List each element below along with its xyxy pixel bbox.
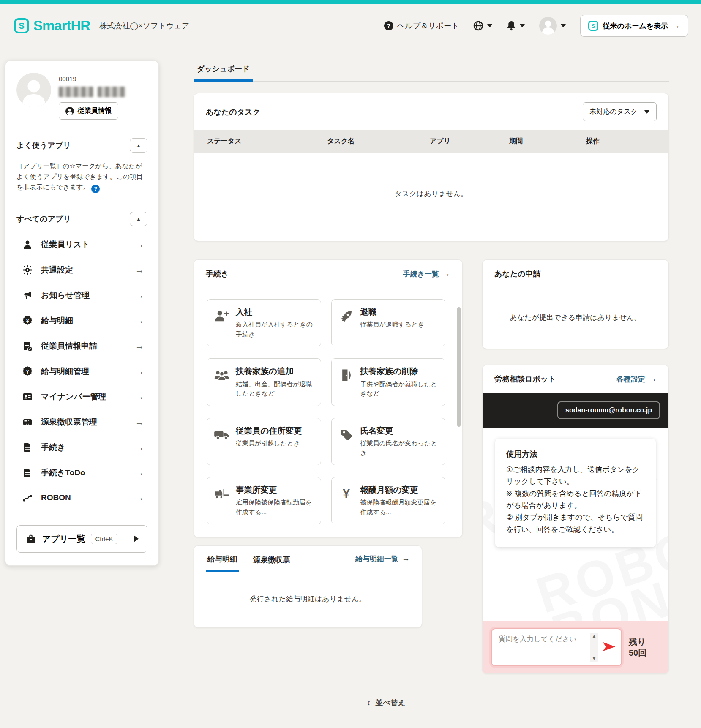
chevron-down-icon <box>487 24 492 27</box>
procedure-card-joining[interactable]: 入社 新入社員が入社するときの手続き <box>207 299 321 346</box>
svg-text:¥: ¥ <box>26 318 29 324</box>
forklift-icon <box>214 487 230 500</box>
employee-info-button[interactable]: 従業員情報 <box>59 102 118 120</box>
sidebar: 00019 従業員情報 よく使うアプリ ▲ ［アプリ一覧 <box>5 60 159 566</box>
sidebar-item-withholding-slip-management[interactable]: 源泉徴収票管理 → <box>16 409 147 435</box>
person-icon <box>22 240 33 250</box>
procedure-card-add-dependent[interactable]: 扶養家族の追加 結婚、出産、配偶者が退職したときなど <box>207 358 321 406</box>
procedure-card-name-change[interactable]: 氏名変更 従業員の氏名が変わったとき <box>331 418 446 465</box>
smarthr-logo-icon: S <box>588 21 598 31</box>
tab-payslip[interactable]: 給与明細 <box>206 546 239 572</box>
send-icon <box>602 641 616 653</box>
account-menu[interactable] <box>539 17 566 35</box>
sidebar-item-employee-list[interactable]: 従業員リスト → <box>16 232 147 257</box>
tab-withholding-slip[interactable]: 源泉徴収票 <box>251 547 292 571</box>
door-exit-icon <box>340 368 353 382</box>
textarea-scrollbar[interactable]: ▲▼ <box>590 633 598 662</box>
arrow-right-icon: → <box>135 290 144 300</box>
procedure-card-salary-change[interactable]: ¥ 報酬月額の変更 被保険者報酬月額変更届を作成する... <box>331 477 446 524</box>
column-period: 期間 <box>509 137 586 146</box>
procedure-card-address-change[interactable]: 従業員の住所変更 従業員が引越したとき <box>207 418 321 465</box>
column-actions: 操作 <box>586 137 668 146</box>
procedure-card-resignation[interactable]: 退職 従業員が退職するとき <box>331 299 446 346</box>
globe-icon <box>473 21 483 31</box>
truck-icon <box>214 428 230 441</box>
sidebar-item-payslip-management[interactable]: ¥ 給与明細管理 → <box>16 359 147 384</box>
person-circle-icon <box>65 107 74 115</box>
app-header: S SmartHR 株式会社◯×ソフトウェア ? ヘルプ＆サポート <box>0 4 701 48</box>
question-input[interactable] <box>492 629 582 665</box>
procedures-scrollbar[interactable] <box>457 307 461 427</box>
favorite-apps-section: よく使うアプリ ▲ ［アプリ一覧］の☆マークから、あなたがよく使うアプリを登録で… <box>16 138 147 193</box>
column-status: ステータス <box>207 137 327 146</box>
family-icon <box>214 368 230 381</box>
sidebar-item-employee-info-request[interactable]: 従業員情報申請 → <box>16 333 147 359</box>
megaphone-icon <box>22 290 33 300</box>
smarthr-wordmark: SmartHR <box>33 18 90 34</box>
employee-id: 00019 <box>59 75 125 82</box>
legacy-home-button[interactable]: S 従来のホームを表示 → <box>580 15 688 37</box>
sidebar-item-common-settings[interactable]: 共通設定 → <box>16 257 147 283</box>
yen-icon: ¥ <box>343 487 350 517</box>
rocket-icon <box>340 309 353 323</box>
divider <box>194 703 359 703</box>
sidebar-item-robon[interactable]: ROBON → <box>16 485 147 510</box>
app-list-button[interactable]: アプリ一覧 Ctrl+K <box>16 525 147 553</box>
favorite-apps-title: よく使うアプリ <box>16 140 71 150</box>
your-tasks-panel: あなたのタスク 未対応のタスク ステータス タスク名 アプリ 期間 操作 タスク… <box>194 93 669 241</box>
your-requests-panel: あなたの申請 あなたが提出できる申請はありません。 <box>482 259 669 349</box>
payslip-list-link[interactable]: 給与明細一覧→ <box>355 554 410 564</box>
send-button[interactable] <box>602 641 616 654</box>
sidebar-item-procedures[interactable]: 手続き → <box>16 435 147 460</box>
usage-line: ② 別タブが開きますので、そちらで質問を行い、回答をご確認ください。 <box>506 511 645 535</box>
your-tasks-title: あなたのタスク <box>206 107 260 117</box>
sidebar-item-payslip[interactable]: ¥ 給与明細 → <box>16 308 147 333</box>
page-tabs: ダッシュボード <box>194 60 669 82</box>
keyboard-shortcut-badge: Ctrl+K <box>91 534 117 544</box>
document-icon <box>22 442 33 453</box>
sidebar-item-procedures-todo[interactable]: 手続きToDo → <box>16 460 147 485</box>
arrow-right-icon: → <box>135 493 144 503</box>
sort-label: 並べ替え <box>376 698 406 708</box>
sidebar-item-announcements[interactable]: お知らせ管理 → <box>16 283 147 308</box>
user-avatar <box>539 17 557 35</box>
document-check-icon <box>22 341 33 351</box>
all-apps-title: すべてのアプリ <box>16 214 71 224</box>
coin-seal-icon: ¥ <box>22 366 33 376</box>
procedures-list-link[interactable]: 手続き一覧→ <box>403 269 450 279</box>
usage-line: ①ご相談内容を入力し、送信ボタンをクリックして下さい。 <box>506 464 645 488</box>
main-content: ダッシュボード あなたのタスク 未対応のタスク ステータス タスク名 アプリ 期… <box>194 60 669 708</box>
sort-control[interactable]: ↕ 並べ替え <box>194 698 669 708</box>
robot-title: 労務相談ロボット <box>494 374 556 384</box>
question-input-box: ▲▼ <box>491 628 622 666</box>
chevron-down-icon <box>644 110 649 114</box>
help-support-link[interactable]: ? ヘルプ＆サポート <box>384 21 459 31</box>
notifications-menu[interactable] <box>507 21 525 31</box>
employee-name-redacted <box>59 87 125 97</box>
arrow-right-icon: → <box>135 468 144 478</box>
arrow-right-icon: → <box>135 392 144 402</box>
arrow-right-icon: → <box>135 240 144 250</box>
divider <box>413 703 668 703</box>
language-menu[interactable] <box>473 21 492 31</box>
employee-avatar <box>16 73 51 107</box>
collapse-all-apps-button[interactable]: ▲ <box>130 212 147 226</box>
svg-text:¥: ¥ <box>26 369 29 375</box>
arrow-right-icon: → <box>135 366 144 376</box>
procedure-card-office-change[interactable]: 事業所変更 雇用保険被保険者転勤届を作成する... <box>207 477 321 524</box>
smarthr-logo-icon: S <box>14 18 29 33</box>
arrow-right-icon: → <box>649 374 657 383</box>
task-filter-select[interactable]: 未対応のタスク <box>583 102 657 121</box>
all-apps-section: すべてのアプリ ▲ 従業員リスト → <box>16 212 147 510</box>
payroll-panel: 給与明細 源泉徴収票 給与明細一覧→ 発行された給与明細はありません。 <box>194 545 422 628</box>
robot-settings-link[interactable]: 各種設定→ <box>616 374 657 384</box>
robot-header-bar: sodan-roumu@robon.co.jp <box>483 393 668 428</box>
tab-dashboard[interactable]: ダッシュボード <box>194 60 253 82</box>
smarthr-logo[interactable]: S SmartHR <box>14 18 90 34</box>
arrow-right-icon: → <box>135 417 144 427</box>
help-question-icon[interactable]: ? <box>91 185 100 193</box>
tasks-table-header: ステータス タスク名 アプリ 期間 操作 <box>194 130 668 153</box>
collapse-favorite-apps-button[interactable]: ▲ <box>130 138 147 153</box>
procedure-card-remove-dependent[interactable]: 扶養家族の削除 子供や配偶者が就職したときなど <box>331 358 446 406</box>
sidebar-item-mynumber-management[interactable]: マイナンバー管理 → <box>16 384 147 409</box>
